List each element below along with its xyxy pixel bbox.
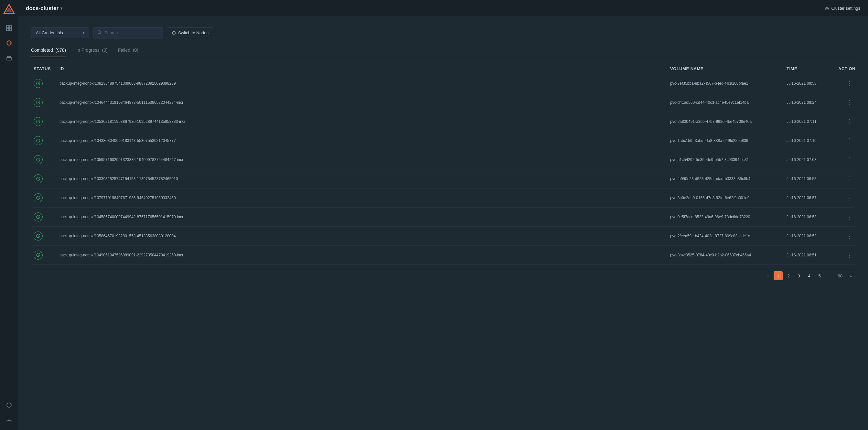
main-content: docs-cluster ▾ Cluster settings All Cred… bbox=[18, 0, 868, 430]
credentials-label: All Credentials bbox=[36, 30, 63, 35]
row-status bbox=[31, 79, 57, 88]
row-action-menu-button[interactable]: ⋮ bbox=[844, 155, 855, 164]
gift-icon[interactable] bbox=[3, 52, 15, 64]
chevron-down-icon: ▾ bbox=[60, 6, 62, 11]
row-action: ⋮ bbox=[836, 174, 855, 184]
pagination-page-4[interactable]: 4 bbox=[805, 271, 814, 280]
pagination-prev[interactable]: « bbox=[763, 271, 772, 280]
tab-failed-label: Failed bbox=[118, 48, 130, 53]
pagination-page-3[interactable]: 3 bbox=[794, 271, 803, 280]
search-icon bbox=[97, 30, 102, 36]
backup-status-icon bbox=[34, 212, 43, 221]
network-icon[interactable] bbox=[3, 37, 15, 49]
backup-status-icon bbox=[34, 155, 43, 164]
row-status bbox=[31, 232, 57, 241]
cluster-name: docs-cluster bbox=[26, 5, 59, 12]
row-id: backup-integ-nonpx/1033932525747154153-1… bbox=[57, 177, 668, 181]
row-action-menu-button[interactable]: ⋮ bbox=[844, 136, 855, 146]
row-volume: pvc-d41ad560-cd44-40c3-ac4e-f5e9c1ef14ba bbox=[668, 100, 784, 105]
row-time: Jul16-2021 07:10 bbox=[784, 139, 836, 143]
sidebar-bottom bbox=[3, 399, 15, 426]
gear-icon bbox=[825, 6, 829, 11]
row-id: backup-integ-nonpx/1053021811953867930-1… bbox=[57, 119, 668, 124]
row-status bbox=[31, 117, 57, 126]
backups-table: STATUS ID VOLUME NAME TIME ACTION backup… bbox=[31, 64, 855, 265]
row-volume: pvc-a1c54292-5e35-4fe9-b5b7-3c93394fbc31 bbox=[668, 157, 784, 162]
row-action: ⋮ bbox=[836, 231, 855, 241]
pagination-page-1[interactable]: 1 bbox=[774, 271, 783, 280]
toolbar: All Credentials ▾ Switch to Nodes bbox=[31, 27, 855, 38]
tab-failed[interactable]: Failed (0) bbox=[118, 48, 138, 57]
svg-point-14 bbox=[9, 404, 9, 404]
backup-status-icon bbox=[34, 79, 43, 88]
header-status: STATUS bbox=[31, 66, 57, 71]
row-id: backup-integ-nonpx/1082354897541009063-9… bbox=[57, 81, 668, 86]
svg-point-17 bbox=[98, 31, 101, 34]
tabs-bar: Completed (978) In Progress (0) Failed (… bbox=[31, 48, 855, 57]
row-action-menu-button[interactable]: ⋮ bbox=[844, 174, 855, 184]
svg-rect-2 bbox=[6, 26, 9, 28]
pagination-next[interactable]: » bbox=[846, 271, 855, 280]
cluster-settings-button[interactable]: Cluster settings bbox=[825, 6, 860, 11]
search-box bbox=[93, 27, 163, 38]
backup-status-icon bbox=[34, 193, 43, 203]
credentials-dropdown[interactable]: All Credentials ▾ bbox=[31, 28, 89, 38]
row-action-menu-button[interactable]: ⋮ bbox=[844, 212, 855, 222]
info-icon[interactable] bbox=[3, 399, 15, 411]
svg-rect-3 bbox=[9, 26, 12, 28]
switch-to-nodes-button[interactable]: Switch to Nodes bbox=[167, 28, 214, 38]
row-volume: pvc-0e5f7dcd-8522-49a6-96e9-73dc6dd73220 bbox=[668, 215, 784, 219]
header-volume: VOLUME NAME bbox=[668, 66, 784, 71]
row-action-menu-button[interactable]: ⋮ bbox=[844, 98, 855, 108]
row-id: backup-integ-nonpx/1049051947596089091-2… bbox=[57, 253, 668, 257]
table-body: backup-integ-nonpx/1082354897541009063-9… bbox=[31, 74, 855, 265]
backup-status-icon bbox=[34, 136, 43, 145]
user-icon[interactable] bbox=[3, 414, 15, 426]
cluster-settings-label: Cluster settings bbox=[831, 6, 860, 11]
row-volume: pvc-7ef35bba-8ba2-4567-b4ed-f4c9108bfae1 bbox=[668, 81, 784, 86]
row-id: backup-integ-nonpx/1045867400097449942-8… bbox=[57, 215, 668, 219]
row-action-menu-button[interactable]: ⋮ bbox=[844, 231, 855, 241]
tab-in-progress[interactable]: In Progress (0) bbox=[76, 48, 107, 57]
search-input[interactable] bbox=[104, 30, 159, 35]
table-header: STATUS ID VOLUME NAME TIME ACTION bbox=[31, 64, 855, 74]
row-action-menu-button[interactable]: ⋮ bbox=[844, 117, 855, 126]
svg-point-15 bbox=[8, 418, 10, 420]
pagination-last[interactable]: 98 bbox=[836, 271, 845, 280]
svg-rect-4 bbox=[6, 28, 9, 31]
dashboard-icon[interactable] bbox=[3, 22, 15, 34]
backup-status-icon bbox=[34, 98, 43, 107]
row-action: ⋮ bbox=[836, 250, 855, 260]
row-volume: pvc-2feea59e-b424-402e-8727-809c83cdde1e bbox=[668, 234, 784, 238]
row-status bbox=[31, 98, 57, 107]
row-status bbox=[31, 136, 57, 145]
svg-point-16 bbox=[826, 7, 828, 9]
row-action: ⋮ bbox=[836, 193, 855, 203]
row-action: ⋮ bbox=[836, 79, 855, 88]
app-logo[interactable] bbox=[3, 4, 15, 16]
row-status bbox=[31, 193, 57, 203]
svg-rect-5 bbox=[9, 28, 12, 31]
row-time: Jul16-2021 06:51 bbox=[784, 253, 836, 257]
row-id: backup-integ-nonpx/1058646701932801553-4… bbox=[57, 234, 668, 238]
row-action-menu-button[interactable]: ⋮ bbox=[844, 193, 855, 203]
backup-status-icon bbox=[34, 174, 43, 183]
row-action-menu-button[interactable]: ⋮ bbox=[844, 250, 855, 260]
pagination-page-2[interactable]: 2 bbox=[784, 271, 793, 280]
row-time: Jul16-2021 06:53 bbox=[784, 215, 836, 219]
table-row: backup-integ-nonpx/1059571602991323885-1… bbox=[31, 150, 855, 170]
row-id: backup-integ-nonpx/1043303040699183143-5… bbox=[57, 139, 668, 143]
pagination-ellipsis: ... bbox=[825, 271, 834, 280]
chevron-down-icon: ▾ bbox=[83, 31, 84, 35]
row-id: backup-integ-nonpx/1079770198407671936-9… bbox=[57, 195, 668, 200]
header-action: ACTION bbox=[836, 66, 855, 71]
pagination-page-5[interactable]: 5 bbox=[815, 271, 824, 280]
tab-completed-label: Completed bbox=[31, 48, 53, 53]
row-action-menu-button[interactable]: ⋮ bbox=[844, 79, 855, 88]
backup-status-icon bbox=[34, 117, 43, 126]
cluster-title[interactable]: docs-cluster ▾ bbox=[26, 5, 62, 12]
topbar: docs-cluster ▾ Cluster settings bbox=[18, 0, 868, 17]
row-volume: pvc-3c4c3525-0784-48c0-b2b2-06637eb465a4 bbox=[668, 253, 784, 257]
header-time: TIME bbox=[784, 66, 836, 71]
tab-completed[interactable]: Completed (978) bbox=[31, 48, 66, 57]
